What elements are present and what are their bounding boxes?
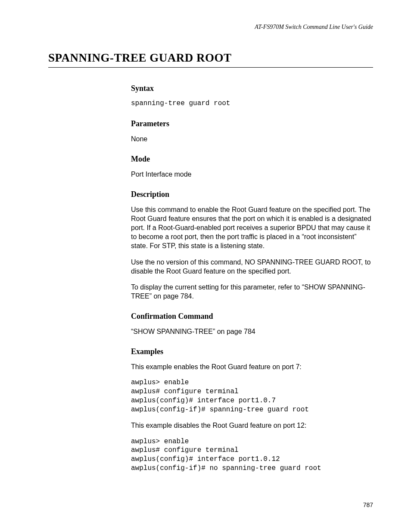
heading-parameters: Parameters bbox=[131, 119, 373, 128]
page-title: SPANNING-TREE GUARD ROOT bbox=[48, 51, 373, 68]
heading-confirmation: Confirmation Command bbox=[131, 312, 373, 321]
page-number: 787 bbox=[363, 501, 373, 508]
content-body: Syntax spanning-tree guard root Paramete… bbox=[131, 84, 373, 473]
description-p1: Use this command to enable the Root Guar… bbox=[131, 205, 373, 251]
running-header: AT-FS970M Switch Command Line User's Gui… bbox=[48, 24, 373, 31]
description-p2: Use the no version of this command, NO S… bbox=[131, 258, 373, 276]
heading-syntax: Syntax bbox=[131, 84, 373, 93]
example1-code: awplus> enable awplus# configure termina… bbox=[131, 378, 373, 414]
heading-mode: Mode bbox=[131, 155, 373, 164]
document-page: AT-FS970M Switch Command Line User's Gui… bbox=[0, 0, 411, 532]
syntax-code: spanning-tree guard root bbox=[131, 99, 373, 108]
example2-intro: This example disables the Root Guard fea… bbox=[131, 421, 373, 430]
mode-text: Port Interface mode bbox=[131, 170, 373, 179]
parameters-text: None bbox=[131, 134, 373, 143]
heading-examples: Examples bbox=[131, 347, 373, 356]
example1-intro: This example enables the Root Guard feat… bbox=[131, 362, 373, 371]
description-p3: To display the current setting for this … bbox=[131, 283, 373, 301]
heading-description: Description bbox=[131, 190, 373, 199]
example2-code: awplus> enable awplus# configure termina… bbox=[131, 437, 373, 473]
confirmation-text: “SHOW SPANNING-TREE” on page 784 bbox=[131, 327, 373, 336]
